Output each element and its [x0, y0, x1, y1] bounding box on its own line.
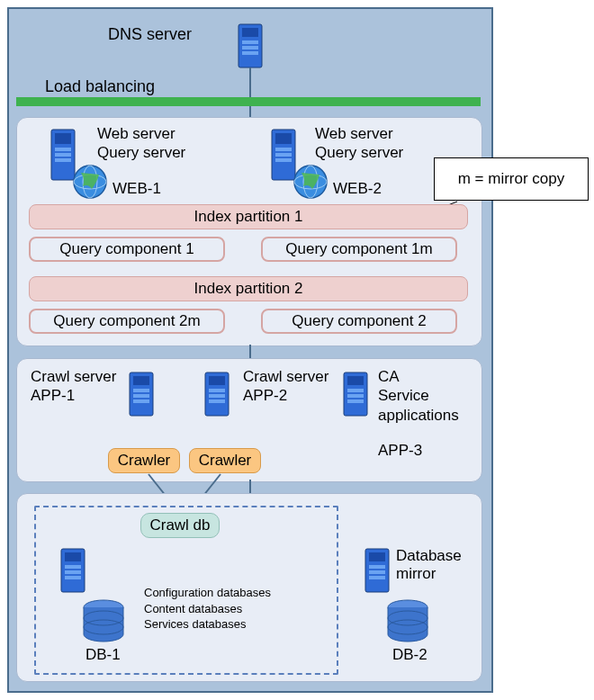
app-server-icon — [203, 371, 230, 421]
dns-server-icon — [237, 22, 264, 73]
svg-rect-9 — [55, 158, 71, 162]
db-mirror-label: Database mirror — [396, 547, 468, 584]
crawler-1: Crawler — [108, 448, 180, 473]
svg-rect-26 — [133, 399, 149, 403]
svg-rect-25 — [133, 394, 149, 398]
web2-name: WEB-2 — [333, 180, 382, 198]
db2-name: DB-2 — [392, 646, 428, 664]
diagram-canvas: DNS server Load balancing Web server Que… — [0, 0, 594, 700]
app3-name: APP-3 — [378, 441, 422, 460]
db1-name: DB-1 — [86, 646, 121, 664]
db-content-list: Configuration databases Content database… — [144, 585, 271, 633]
svg-rect-51 — [369, 576, 385, 579]
svg-rect-23 — [133, 376, 149, 385]
svg-rect-34 — [347, 389, 364, 392]
app2-label: Crawl server APP-2 — [243, 367, 328, 406]
svg-rect-3 — [242, 46, 258, 49]
svg-rect-4 — [242, 51, 258, 55]
crawl-db: Crawl db — [140, 513, 220, 538]
app-server-icon — [128, 371, 155, 421]
svg-rect-42 — [65, 570, 81, 574]
database-cylinder-icon — [81, 598, 126, 647]
query-component-2m: Query component 2m — [29, 309, 225, 334]
svg-rect-8 — [55, 153, 71, 157]
svg-rect-11 — [275, 133, 292, 144]
svg-rect-41 — [65, 565, 81, 569]
svg-rect-14 — [275, 158, 292, 162]
load-balancing-label: Load balancing — [45, 77, 155, 96]
app-server-icon — [342, 371, 369, 421]
svg-rect-31 — [209, 399, 225, 403]
connector-line — [249, 67, 251, 97]
index-partition-2: Index partition 2 — [29, 276, 468, 301]
svg-rect-43 — [65, 576, 81, 579]
query-component-2: Query component 2 — [261, 309, 457, 334]
load-balancing-bar — [16, 97, 481, 106]
svg-rect-49 — [369, 565, 385, 569]
svg-rect-40 — [65, 552, 81, 561]
svg-rect-7 — [55, 148, 71, 151]
app3-label: CA Service applications — [378, 367, 459, 425]
svg-rect-29 — [209, 389, 225, 392]
svg-rect-48 — [369, 552, 385, 561]
svg-rect-35 — [347, 394, 364, 398]
mirror-callout: m = mirror copy — [434, 157, 589, 201]
db-server-icon — [59, 547, 86, 597]
database-cylinder-icon — [385, 598, 430, 647]
svg-rect-30 — [209, 394, 225, 398]
svg-rect-36 — [347, 399, 364, 403]
svg-rect-24 — [133, 389, 149, 392]
svg-rect-13 — [275, 153, 292, 157]
web1-name: WEB-1 — [112, 180, 161, 198]
svg-rect-28 — [209, 376, 225, 385]
index-partition-1: Index partition 1 — [29, 204, 468, 229]
web2-role-label: Web server Query server — [315, 124, 403, 163]
svg-rect-1 — [242, 28, 258, 37]
crawler-2: Crawler — [189, 448, 261, 473]
svg-rect-6 — [55, 133, 71, 144]
query-component-1: Query component 1 — [29, 237, 225, 262]
svg-rect-50 — [369, 570, 385, 574]
svg-rect-2 — [242, 40, 258, 44]
query-component-1m: Query component 1m — [261, 237, 457, 262]
svg-rect-12 — [275, 148, 292, 151]
db-server-icon — [364, 547, 391, 597]
svg-rect-33 — [347, 376, 364, 385]
dns-label: DNS server — [108, 25, 192, 44]
app1-label: Crawl server APP-1 — [31, 367, 116, 406]
web1-role-label: Web server Query server — [97, 124, 185, 163]
globe-icon — [72, 164, 108, 203]
globe-icon — [292, 164, 328, 203]
